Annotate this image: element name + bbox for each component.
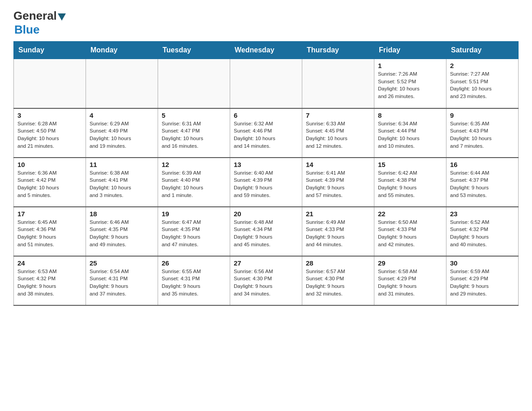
calendar-cell: 28Sunrise: 6:57 AM Sunset: 4:30 PM Dayli… [302,256,374,305]
day-info: Sunrise: 6:35 AM Sunset: 4:43 PM Dayligh… [450,120,515,150]
day-info: Sunrise: 6:41 AM Sunset: 4:39 PM Dayligh… [306,169,370,199]
day-number: 19 [162,210,226,218]
calendar-week-row: 1Sunrise: 7:26 AM Sunset: 5:52 PM Daylig… [14,59,519,108]
calendar-cell: 18Sunrise: 6:46 AM Sunset: 4:35 PM Dayli… [86,207,158,256]
calendar-cell: 7Sunrise: 6:33 AM Sunset: 4:45 PM Daylig… [302,108,374,158]
calendar-cell: 29Sunrise: 6:58 AM Sunset: 4:29 PM Dayli… [374,256,446,305]
day-number: 17 [17,210,82,218]
day-number: 6 [234,111,298,119]
calendar-cell: 20Sunrise: 6:48 AM Sunset: 4:34 PM Dayli… [230,207,302,256]
day-info: Sunrise: 6:47 AM Sunset: 4:35 PM Dayligh… [162,218,226,248]
weekday-header-tuesday: Tuesday [158,42,230,59]
weekday-header-monday: Monday [86,42,158,59]
calendar-cell [86,59,158,108]
calendar-cell: 15Sunrise: 6:42 AM Sunset: 4:38 PM Dayli… [374,158,446,207]
day-number: 21 [306,210,370,218]
calendar-cell: 3Sunrise: 6:28 AM Sunset: 4:50 PM Daylig… [14,108,86,158]
calendar-table: SundayMondayTuesdayWednesdayThursdayFrid… [13,41,519,306]
calendar-cell: 10Sunrise: 6:36 AM Sunset: 4:42 PM Dayli… [14,158,86,207]
day-info: Sunrise: 6:38 AM Sunset: 4:41 PM Dayligh… [90,169,154,199]
day-info: Sunrise: 6:49 AM Sunset: 4:33 PM Dayligh… [306,218,370,248]
day-info: Sunrise: 6:34 AM Sunset: 4:44 PM Dayligh… [378,120,442,150]
day-number: 25 [90,259,154,267]
calendar-cell: 25Sunrise: 6:54 AM Sunset: 4:31 PM Dayli… [86,256,158,305]
day-number: 24 [17,259,82,267]
calendar-cell: 14Sunrise: 6:41 AM Sunset: 4:39 PM Dayli… [302,158,374,207]
day-info: Sunrise: 6:57 AM Sunset: 4:30 PM Dayligh… [306,268,370,298]
calendar-cell: 4Sunrise: 6:29 AM Sunset: 4:49 PM Daylig… [86,108,158,158]
calendar-cell: 11Sunrise: 6:38 AM Sunset: 4:41 PM Dayli… [86,158,158,207]
logo: General Blue [13,9,66,37]
weekday-header-friday: Friday [374,42,446,59]
day-info: Sunrise: 6:42 AM Sunset: 4:38 PM Dayligh… [378,169,442,199]
day-number: 7 [306,111,370,119]
day-number: 26 [162,259,226,267]
day-info: Sunrise: 6:32 AM Sunset: 4:46 PM Dayligh… [234,120,298,150]
day-info: Sunrise: 6:54 AM Sunset: 4:31 PM Dayligh… [90,268,154,298]
calendar-week-row: 10Sunrise: 6:36 AM Sunset: 4:42 PM Dayli… [14,158,519,207]
day-number: 9 [450,111,515,119]
calendar-cell: 6Sunrise: 6:32 AM Sunset: 4:46 PM Daylig… [230,108,302,158]
calendar-cell: 17Sunrise: 6:45 AM Sunset: 4:36 PM Dayli… [14,207,86,256]
logo-triangle-icon [58,13,66,21]
calendar-cell: 1Sunrise: 7:26 AM Sunset: 5:52 PM Daylig… [374,59,446,108]
day-info: Sunrise: 6:55 AM Sunset: 4:31 PM Dayligh… [162,268,226,298]
calendar-cell: 13Sunrise: 6:40 AM Sunset: 4:39 PM Dayli… [230,158,302,207]
day-info: Sunrise: 6:33 AM Sunset: 4:45 PM Dayligh… [306,120,370,150]
calendar-cell: 24Sunrise: 6:53 AM Sunset: 4:32 PM Dayli… [14,256,86,305]
logo-blue-text: Blue [14,23,39,36]
calendar-cell [158,59,230,108]
day-number: 23 [450,210,515,218]
day-number: 27 [234,259,298,267]
calendar-cell: 19Sunrise: 6:47 AM Sunset: 4:35 PM Dayli… [158,207,230,256]
calendar-cell: 9Sunrise: 6:35 AM Sunset: 4:43 PM Daylig… [446,108,519,158]
day-number: 4 [90,111,154,119]
day-info: Sunrise: 6:28 AM Sunset: 4:50 PM Dayligh… [17,120,82,150]
day-number: 14 [306,161,370,168]
day-number: 15 [378,161,442,168]
day-info: Sunrise: 6:48 AM Sunset: 4:34 PM Dayligh… [234,218,298,248]
weekday-header-row: SundayMondayTuesdayWednesdayThursdayFrid… [14,42,519,59]
calendar-cell: 2Sunrise: 7:27 AM Sunset: 5:51 PM Daylig… [446,59,519,108]
day-number: 11 [90,161,154,168]
day-number: 22 [378,210,442,218]
day-number: 13 [234,161,298,168]
day-info: Sunrise: 6:58 AM Sunset: 4:29 PM Dayligh… [378,268,442,298]
day-info: Sunrise: 6:52 AM Sunset: 4:32 PM Dayligh… [450,218,515,248]
day-number: 28 [306,259,370,267]
day-info: Sunrise: 6:40 AM Sunset: 4:39 PM Dayligh… [234,169,298,199]
calendar-cell: 16Sunrise: 6:44 AM Sunset: 4:37 PM Dayli… [446,158,519,207]
day-number: 10 [17,161,82,168]
day-number: 20 [234,210,298,218]
day-number: 1 [378,62,442,69]
calendar-cell: 8Sunrise: 6:34 AM Sunset: 4:44 PM Daylig… [374,108,446,158]
calendar-cell [230,59,302,108]
day-number: 2 [450,62,515,69]
calendar-cell: 26Sunrise: 6:55 AM Sunset: 4:31 PM Dayli… [158,256,230,305]
day-info: Sunrise: 6:44 AM Sunset: 4:37 PM Dayligh… [450,169,515,199]
calendar-week-row: 24Sunrise: 6:53 AM Sunset: 4:32 PM Dayli… [14,256,519,305]
day-info: Sunrise: 6:39 AM Sunset: 4:40 PM Dayligh… [162,169,226,199]
weekday-header-sunday: Sunday [14,42,86,59]
page-header: General Blue [13,9,519,37]
day-number: 3 [17,111,82,119]
day-info: Sunrise: 6:56 AM Sunset: 4:30 PM Dayligh… [234,268,298,298]
day-number: 18 [90,210,154,218]
day-info: Sunrise: 6:36 AM Sunset: 4:42 PM Dayligh… [17,169,82,199]
calendar-week-row: 3Sunrise: 6:28 AM Sunset: 4:50 PM Daylig… [14,108,519,158]
day-number: 29 [378,259,442,267]
day-info: Sunrise: 6:46 AM Sunset: 4:35 PM Dayligh… [90,218,154,248]
day-number: 12 [162,161,226,168]
calendar-cell [14,59,86,108]
day-info: Sunrise: 6:59 AM Sunset: 4:29 PM Dayligh… [450,268,515,298]
logo-general-text: General [13,9,57,23]
calendar-cell: 21Sunrise: 6:49 AM Sunset: 4:33 PM Dayli… [302,207,374,256]
calendar-cell [302,59,374,108]
day-number: 8 [378,111,442,119]
day-info: Sunrise: 6:45 AM Sunset: 4:36 PM Dayligh… [17,218,82,248]
calendar-cell: 23Sunrise: 6:52 AM Sunset: 4:32 PM Dayli… [446,207,519,256]
day-info: Sunrise: 6:50 AM Sunset: 4:33 PM Dayligh… [378,218,442,248]
calendar-cell: 5Sunrise: 6:31 AM Sunset: 4:47 PM Daylig… [158,108,230,158]
calendar-cell: 22Sunrise: 6:50 AM Sunset: 4:33 PM Dayli… [374,207,446,256]
day-info: Sunrise: 7:26 AM Sunset: 5:52 PM Dayligh… [378,70,442,100]
